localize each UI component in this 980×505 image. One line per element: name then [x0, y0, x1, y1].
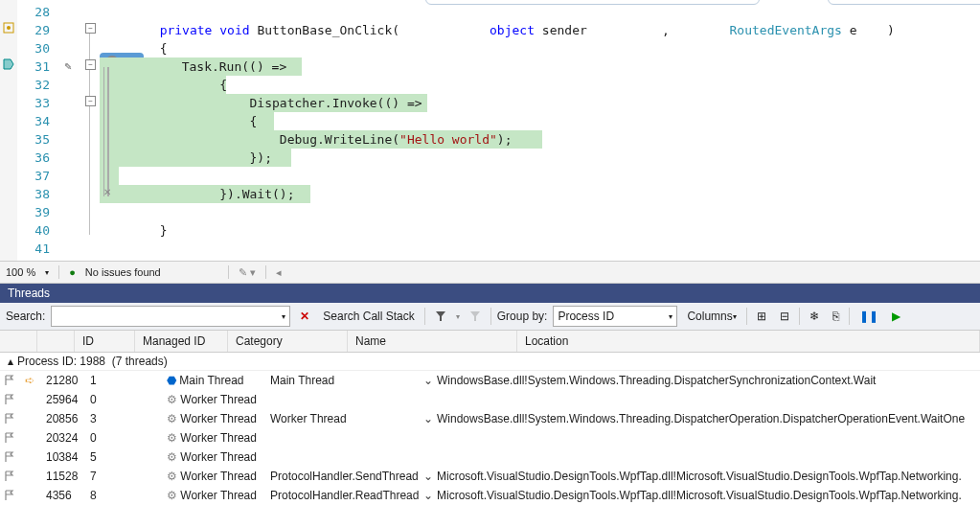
check-icon: ● — [69, 266, 76, 278]
run-icon[interactable]: ▶ — [888, 309, 904, 324]
flag-icon[interactable] — [4, 394, 25, 405]
col-id[interactable]: ID — [75, 331, 135, 352]
group-row[interactable]: ▴ Process ID: 1988 (7 threads) — [0, 353, 980, 371]
flag-filter-icon[interactable] — [466, 310, 485, 323]
gear-icon: ⚙ — [167, 470, 177, 483]
flag-icon[interactable] — [4, 471, 25, 482]
flag-icon[interactable] — [4, 413, 25, 425]
fold-box[interactable]: − — [85, 96, 96, 106]
zoom-level[interactable]: 100 % — [6, 266, 35, 278]
current-thread-icon: ➪ — [25, 374, 34, 387]
threads-table-header: ID Managed ID Category Name Location — [0, 331, 980, 353]
guide-line — [107, 67, 109, 196]
search-input[interactable]: ▾ — [51, 306, 290, 327]
chevron-down-icon[interactable]: ⌄ — [423, 374, 433, 387]
status-bar: 100 % ▾ ● No issues found ✎ ▾ ◂ — [0, 262, 980, 284]
threads-toolbar: Search: ▾ ✕ Search Call Stack ▾ Group by… — [0, 303, 980, 331]
collapse-icon[interactable]: ▴ — [4, 355, 17, 368]
table-row[interactable]: 43568⚙ Worker ThreadProtocolHandler.Read… — [0, 486, 980, 505]
gutter — [0, 0, 17, 261]
chevron-down-icon[interactable]: ⌄ — [423, 489, 433, 502]
fold-margin[interactable]: − − − — [82, 0, 100, 261]
brush-icon[interactable]: ✎ ▾ — [239, 266, 256, 279]
col-location[interactable]: Location — [517, 331, 980, 352]
pause-icon[interactable]: ❚❚ — [855, 309, 882, 324]
flag-icon[interactable] — [4, 432, 25, 444]
flag-icon[interactable] — [4, 375, 25, 386]
clear-search-button[interactable]: ✕ — [296, 309, 313, 324]
gear-icon: ⚙ — [167, 431, 177, 445]
expand-icon[interactable]: ⊞ — [753, 309, 770, 324]
gear-icon: ⚙ — [167, 393, 177, 406]
threads-table-body: ➪212801⬣ Main ThreadMain Thread⌄WindowsB… — [0, 371, 980, 505]
fold-box[interactable]: − — [85, 59, 96, 70]
table-row[interactable]: ➪212801⬣ Main ThreadMain Thread⌄WindowsB… — [0, 371, 980, 390]
threads-panel-title: Threads — [0, 284, 980, 303]
freeze-icon[interactable]: ❄ — [806, 309, 823, 324]
issues-text: No issues found — [85, 266, 161, 278]
gear-icon: ⚙ — [167, 489, 177, 502]
collapse-icon[interactable]: ⊟ — [776, 309, 793, 324]
col-category[interactable]: Category — [228, 331, 348, 352]
code-area[interactable]: System.Windows.Controls.Button: Click me… — [100, 0, 980, 264]
gear-icon: ⚙ — [167, 412, 177, 425]
indicator-margin: ✎ — [56, 0, 82, 261]
fold-box[interactable]: − — [85, 23, 96, 34]
change-bar — [103, 67, 104, 196]
chevron-down-icon[interactable]: ⌄ — [423, 412, 433, 425]
flag-filter-icon[interactable] — [431, 310, 450, 323]
gear-icon: ⚙ — [167, 450, 177, 464]
edit-icon: ✎ — [61, 59, 75, 73]
main-thread-icon: ⬣ — [167, 374, 176, 387]
table-row[interactable]: 203240⚙ Worker Thread — [0, 428, 980, 448]
groupby-label: Group by: — [497, 310, 548, 323]
svg-point-1 — [7, 26, 11, 30]
table-row[interactable]: 259640⚙ Worker Thread — [0, 390, 980, 409]
copy-icon[interactable]: ⎘ — [829, 309, 843, 324]
flag-icon[interactable] — [4, 451, 25, 463]
groupby-select[interactable]: Process ID▾ — [553, 306, 677, 327]
col-name[interactable]: Name — [348, 331, 517, 352]
flag-icon[interactable] — [4, 490, 25, 501]
search-label: Search: — [6, 310, 45, 323]
tag-icon[interactable] — [2, 57, 15, 71]
table-row[interactable]: 115287⚙ Worker ThreadProtocolHandler.Sen… — [0, 467, 980, 486]
chevron-down-icon[interactable]: ⌄ — [423, 470, 433, 483]
code-editor[interactable]: 2829303132333435363738394041 ✎ − − − ▶ S… — [0, 0, 980, 262]
table-row[interactable]: 103845⚙ Worker Thread — [0, 448, 980, 467]
table-row[interactable]: 208563⚙ Worker ThreadWorker Thread⌄Windo… — [0, 409, 980, 428]
suggestion-icon[interactable] — [2, 21, 15, 34]
line-numbers: 2829303132333435363738394041 — [17, 0, 56, 261]
search-callstack-button[interactable]: Search Call Stack — [319, 309, 418, 324]
columns-button[interactable]: Columns ▾ — [683, 309, 740, 324]
close-marker-icon: ✕ — [103, 187, 111, 197]
col-managed-id[interactable]: Managed ID — [135, 331, 228, 352]
